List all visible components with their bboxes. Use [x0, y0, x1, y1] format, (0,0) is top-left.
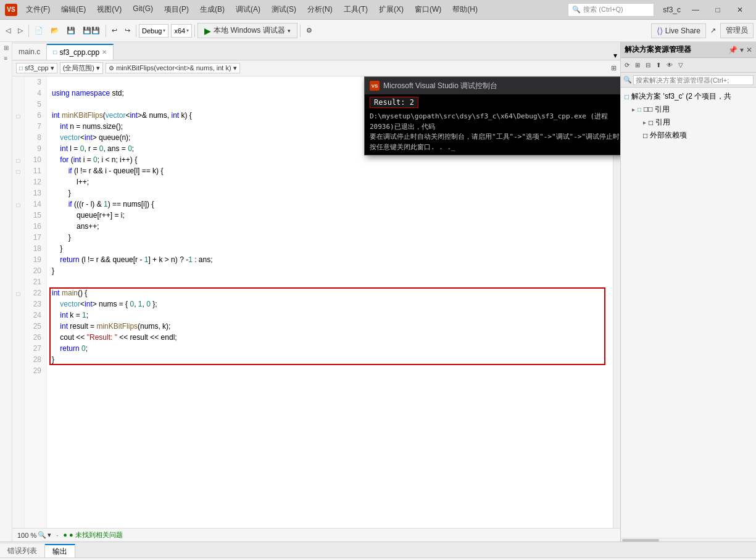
- gutter-icon-2[interactable]: ≡: [4, 55, 8, 62]
- menu-debug[interactable]: 调试(A): [231, 3, 265, 16]
- tab-output[interactable]: 输出: [45, 544, 75, 558]
- main-area: ⊞ ≡ main.c □ sf3_cpp.cpp ✕ ▾ □ sf3_cpp ▾: [0, 42, 756, 541]
- tree-sf3c[interactable]: ▸ □ □□ 引用: [621, 103, 756, 116]
- tree-references[interactable]: ▸ □ 引用: [621, 116, 756, 129]
- window-controls: — □ ✕: [684, 0, 751, 20]
- back-button[interactable]: ◁: [2, 25, 14, 36]
- tree-sf3c-icon: □: [638, 106, 641, 113]
- menu-test[interactable]: 测试(S): [267, 3, 301, 16]
- close-tab-icon[interactable]: ✕: [102, 49, 107, 56]
- run-dropdown-icon: ▾: [288, 28, 291, 34]
- save-all-button[interactable]: 💾💾: [80, 25, 103, 36]
- run-button[interactable]: ▶ 本地 Windows 调试器 ▾: [197, 23, 297, 38]
- margin-5: [12, 100, 24, 111]
- menu-edit[interactable]: 编辑(E): [56, 3, 91, 16]
- margin-27: [12, 344, 24, 355]
- manage-button[interactable]: 管理员: [720, 23, 754, 38]
- tree-external[interactable]: □ 外部依赖项: [621, 129, 756, 142]
- se-search-icon: 🔍: [623, 76, 632, 84]
- tab-error-list[interactable]: 错误列表: [0, 544, 45, 558]
- margin-12: [12, 178, 24, 189]
- undo-button[interactable]: ↩: [109, 25, 120, 36]
- separator3: [136, 25, 136, 37]
- margin-18: [12, 244, 24, 255]
- solution-explorer-label: 解决方案资源管理器: [625, 44, 691, 55]
- menu-analyze[interactable]: 分析(N): [302, 3, 338, 16]
- editor-split: □ □ □ □ □: [12, 76, 620, 528]
- expand-right-button[interactable]: ⊞: [611, 64, 617, 72]
- live-share-button[interactable]: ⟨⟩ Live Share: [651, 23, 706, 38]
- tab-main-c[interactable]: main.c: [12, 44, 47, 60]
- share-icon-button[interactable]: ↗: [707, 25, 719, 36]
- margin-26: [12, 333, 24, 344]
- se-toolbar-btn2[interactable]: ⊞: [633, 60, 642, 70]
- margin-29: [12, 366, 24, 377]
- menu-view[interactable]: 视图(V): [92, 3, 127, 16]
- se-toolbar-btn3[interactable]: ⊟: [643, 60, 653, 70]
- left-gutter: ⊞ ≡: [0, 42, 12, 541]
- title-search-box[interactable]: 🔍 搜索 (Ctrl+Q): [568, 3, 654, 17]
- forward-button[interactable]: ▷: [15, 25, 26, 36]
- separator4: [194, 25, 195, 37]
- margin-7: [12, 122, 24, 133]
- solution-explorer-title: 解决方案资源管理器 📌 ▾ ✕: [621, 42, 756, 58]
- tree-solution[interactable]: □ 解决方案 'sf3_c' (2 个项目，共: [621, 90, 756, 103]
- scope-select[interactable]: (全局范围) ▾: [60, 62, 103, 74]
- se-pin-button[interactable]: 📌: [728, 46, 737, 54]
- redo-button[interactable]: ↪: [122, 25, 133, 36]
- app-logo: VS: [5, 4, 17, 16]
- se-toolbar-btn1[interactable]: ⟳: [622, 60, 632, 70]
- margin-24: [12, 311, 24, 322]
- se-scrollbar[interactable]: [621, 538, 756, 541]
- file-scope-arrow: ▾: [51, 64, 54, 72]
- menu-git[interactable]: Git(G): [128, 3, 158, 16]
- tab-icon: □: [53, 49, 57, 56]
- zoom-control[interactable]: 100 % 🔍 ▾: [17, 531, 51, 539]
- minimize-button[interactable]: —: [684, 0, 707, 20]
- code-line-28: }: [52, 354, 608, 365]
- code-line-13: }: [52, 187, 608, 199]
- menu-help[interactable]: 帮助(H): [447, 3, 483, 16]
- margin-22: □: [12, 289, 24, 300]
- se-filter-button[interactable]: ▽: [676, 60, 686, 70]
- separator: [28, 25, 29, 37]
- margin-6: □: [12, 111, 24, 122]
- code-line-20: }: [52, 265, 608, 276]
- config-dropdown[interactable]: Debug ▾: [139, 24, 168, 38]
- code-line-27: return 0;: [52, 343, 608, 354]
- menu-build[interactable]: 生成(B): [195, 3, 230, 16]
- profile-button[interactable]: ⚙: [303, 25, 315, 36]
- code-line-26: cout << "Result: " << result << endl;: [52, 332, 608, 343]
- function-select[interactable]: ⚙ minKBitFlips(vector<int>& nums, int k)…: [106, 63, 240, 73]
- se-search-input[interactable]: [633, 75, 754, 85]
- menu-project[interactable]: 项目(P): [159, 3, 194, 16]
- margin-9: [12, 144, 24, 155]
- close-button[interactable]: ✕: [729, 0, 751, 20]
- file-scope-select[interactable]: □ sf3_cpp ▾: [16, 63, 57, 73]
- tab-sf3-cpp[interactable]: □ sf3_cpp.cpp ✕: [47, 44, 114, 60]
- open-button[interactable]: 📂: [48, 25, 62, 36]
- console-line-2: 要在调试停止时自动关闭控制台，请启用"工具"->"选项"->"调试"->"调试停…: [370, 132, 620, 142]
- zoom-arrow: ▾: [48, 531, 51, 539]
- margin-4: [12, 89, 24, 100]
- platform-dropdown[interactable]: x64 ▾: [171, 24, 192, 38]
- menu-window[interactable]: 窗口(W): [410, 3, 446, 16]
- editor-panel: main.c □ sf3_cpp.cpp ✕ ▾ □ sf3_cpp ▾ (全局…: [12, 42, 620, 541]
- se-dropdown-button[interactable]: ▾: [740, 46, 744, 54]
- se-close-button[interactable]: ✕: [746, 46, 752, 54]
- se-toolbar-btn4[interactable]: ⬆: [654, 60, 663, 70]
- menu-tools[interactable]: 工具(T): [339, 3, 373, 16]
- menu-extensions[interactable]: 扩展(X): [374, 3, 409, 16]
- menu-file[interactable]: 文件(F): [21, 3, 55, 16]
- code-line-10: for (int i = 0; i < n; i++) {: [52, 154, 608, 165]
- maximize-button[interactable]: □: [707, 0, 729, 20]
- se-scrollbar-thumb[interactable]: [622, 539, 659, 541]
- tab-options-button[interactable]: ▾: [610, 51, 620, 60]
- save-button[interactable]: 💾: [64, 25, 78, 36]
- new-file-button[interactable]: 📄: [31, 25, 46, 36]
- red-box-container: int main() { vector<int> nums = { 0, 1, …: [52, 287, 608, 365]
- bottom-tabs: 错误列表 输出: [0, 542, 756, 558]
- gutter-icon-1[interactable]: ⊞: [4, 44, 9, 51]
- se-show-all-button[interactable]: 👁: [664, 60, 675, 70]
- console-body: Result: 2 D:\mysetup\gopath\src\dsy\sf3_…: [365, 94, 620, 155]
